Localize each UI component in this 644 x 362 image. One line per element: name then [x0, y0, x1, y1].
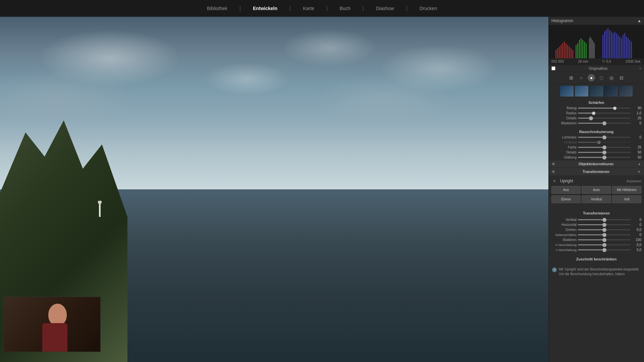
svg-rect-12	[577, 43, 578, 58]
circle-filled-icon[interactable]: ●	[588, 74, 595, 81]
histogram-header: Histogramm ▲	[549, 17, 644, 25]
schaerfen-title: Schärfen	[549, 99, 644, 106]
preset-thumb-5[interactable]	[619, 86, 633, 97]
kontrast-row: Kontrast	[549, 140, 644, 145]
rausch-details-track[interactable]	[578, 152, 631, 153]
transformieren-title: Transformieren	[583, 170, 609, 174]
webcam-person	[4, 297, 100, 352]
yverschiebung-track[interactable]	[578, 249, 631, 250]
transformieren-header[interactable]: Transformieren ▼	[549, 168, 644, 175]
details-scharf-track[interactable]	[578, 118, 631, 119]
nav-diashow[interactable]: Diashow	[373, 4, 397, 13]
info-note-text: Mit 'Upright' wird der Beschneidungswink…	[559, 267, 641, 277]
svg-rect-10	[572, 50, 573, 58]
circle-icon[interactable]: ○	[578, 74, 585, 81]
profile-tools: ⊞ ○ ● □ ◎ ⊟	[549, 72, 644, 83]
top-navigation: Bibliothek | Entwickeln | Karte | Buch |…	[0, 0, 644, 17]
nav-sep-4: |	[360, 4, 367, 13]
betrag-row: Betrag 90	[549, 106, 644, 111]
histogram-svg	[549, 25, 644, 58]
kontrast-track	[578, 142, 631, 143]
objektivkorrekturen-title: Objektivkorrekturen	[579, 162, 614, 166]
svg-rect-20	[606, 30, 607, 58]
radius-track[interactable]	[578, 113, 631, 114]
upright-ebene-btn[interactable]: Ebene	[551, 195, 581, 203]
xverschiebung-label: X-Verschiebung	[551, 243, 577, 247]
maskieren-track[interactable]	[578, 123, 631, 124]
farbe-value: 25	[632, 145, 641, 149]
upright-aus-btn[interactable]: Aus	[551, 186, 581, 194]
originalfoto-plus[interactable]: +	[639, 66, 641, 70]
glaettung-track[interactable]	[578, 157, 631, 158]
nav-karte[interactable]: Karte	[300, 4, 317, 13]
horizontal-track[interactable]	[578, 224, 631, 225]
svg-rect-6	[566, 43, 567, 58]
seitenverh-value: 0	[632, 233, 641, 237]
drehen-track[interactable]	[578, 229, 631, 230]
glaettung-row: Glättung 50	[549, 155, 644, 160]
preset-thumb-4[interactable]	[604, 86, 618, 97]
svg-rect-26	[616, 33, 617, 58]
preset-thumb-1[interactable]	[560, 86, 574, 97]
upright-auto-btn[interactable]: Auto	[582, 186, 611, 194]
histogram-section: Histogramm ▲	[549, 17, 644, 65]
svg-rect-9	[571, 48, 572, 58]
preset-thumb-2[interactable]	[575, 86, 588, 97]
circle-ring-icon[interactable]: ◎	[608, 74, 615, 81]
upright-vertikal-btn[interactable]: Vertikal	[582, 195, 611, 203]
nav-bibliothek[interactable]: Bibliothek	[204, 4, 230, 13]
details-scharf-row: Details 25	[549, 116, 644, 121]
drehen-value: 0,0	[632, 228, 641, 232]
originalfoto-checkbox[interactable]	[551, 66, 555, 70]
vertikal-row: Vertikal 0	[549, 217, 644, 222]
seitenverh-track[interactable]	[578, 234, 631, 235]
nav-drucken[interactable]: Drucken	[417, 4, 440, 13]
svg-rect-30	[623, 35, 624, 58]
farbe-track[interactable]	[578, 147, 631, 148]
yverschiebung-value: 0,0	[632, 248, 641, 252]
radius-value: 1,0	[632, 111, 641, 115]
betrag-track[interactable]	[578, 108, 631, 109]
svg-rect-4	[562, 43, 563, 58]
anpassen-link[interactable]: Anpassen	[627, 179, 641, 183]
skalieren-track[interactable]	[578, 239, 631, 240]
webcam-overlay	[3, 297, 101, 352]
svg-rect-0	[555, 50, 556, 58]
hist-focal: 28 mm	[578, 60, 588, 63]
luminanz-track[interactable]	[578, 137, 631, 138]
slider-icon[interactable]: ⊟	[618, 74, 625, 81]
preset-thumb-3[interactable]	[590, 86, 603, 97]
svg-rect-15	[582, 40, 583, 58]
originalfoto-label: Originalfoto	[589, 66, 607, 70]
histogram-title: Histogramm	[551, 18, 573, 23]
grid-icon[interactable]: ⊞	[568, 74, 575, 81]
info-circle-icon: i	[552, 267, 557, 272]
rausch-details-label: Details	[551, 150, 577, 154]
svg-rect-37	[590, 37, 591, 58]
nav-entwickeln[interactable]: Entwickeln	[250, 4, 280, 13]
nav-buch[interactable]: Buch	[337, 4, 353, 13]
skalieren-value: 100	[632, 238, 641, 242]
transform-sub-title: Transformieren	[549, 210, 644, 217]
upright-hilfslinien-btn[interactable]: Mit Hilfslinien	[612, 186, 641, 194]
xverschiebung-track[interactable]	[578, 244, 631, 245]
originalfoto-row[interactable]: Originalfoto +	[549, 65, 644, 72]
collapse-dot-trans	[552, 170, 555, 173]
nav-sep-1: |	[237, 4, 244, 13]
maskieren-label: Maskieren	[551, 121, 577, 125]
rausch-details-value: 50	[632, 150, 641, 154]
square-icon[interactable]: □	[598, 74, 605, 81]
lighthouse-top	[98, 201, 102, 203]
upright-plus-icon[interactable]: +	[551, 178, 557, 184]
svg-rect-25	[614, 32, 615, 58]
upright-voll-btn[interactable]: Voll	[612, 195, 641, 203]
svg-rect-31	[624, 33, 625, 58]
svg-rect-38	[591, 38, 592, 58]
yverschiebung-label: Y-Verschiebung	[551, 248, 577, 252]
vertikal-track[interactable]	[578, 219, 631, 220]
svg-rect-40	[593, 42, 594, 58]
collapse-dot-obj	[552, 163, 555, 165]
objektivkorrekturen-header[interactable]: Objektivkorrekturen ◄	[549, 160, 644, 168]
histogram-info: ISO 500 28 mm f / 5,6 1/500 Sek.	[549, 58, 644, 65]
luminanz-label: Luminanz	[551, 135, 577, 139]
